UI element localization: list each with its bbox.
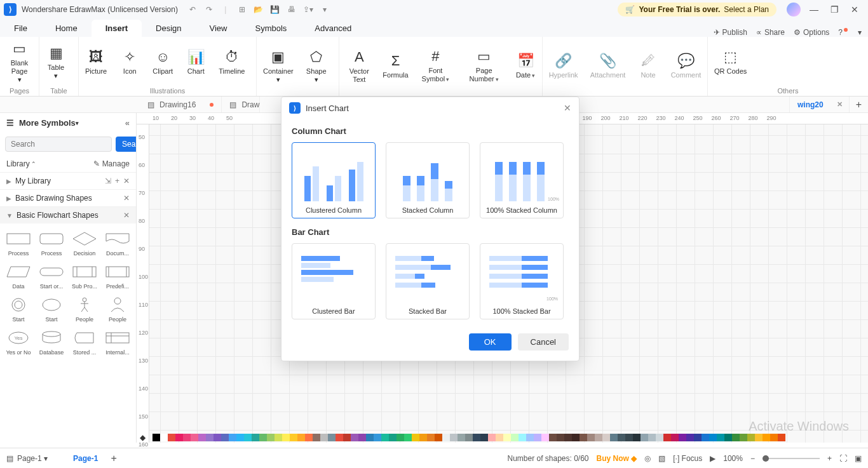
ribbon-date[interactable]: 📅Date [509, 37, 542, 95]
minimize-button[interactable]: — [804, 0, 824, 19]
dialog-title: Insert Chart [306, 104, 349, 113]
menu-bar: File Home Insert Design View Symbols Adv… [0, 19, 868, 37]
share-button[interactable]: ∝Share [756, 28, 785, 37]
quick-access-toolbar: ↶ ↷ | ⊞ 📂 💾 🖶 ⇪▾ ▾ [187, 5, 330, 14]
more-icon[interactable]: ▾ [320, 5, 330, 14]
trial-banner[interactable]: 🛒 Your Free Trial is over. Select a Plan [618, 3, 776, 17]
options-button[interactable]: ⚙Options [794, 28, 829, 37]
menu-tab-view[interactable]: View [196, 20, 241, 37]
export-icon[interactable]: ⇪▾ [303, 5, 313, 14]
ribbon-container[interactable]: ▣Container▾ [257, 37, 300, 95]
ribbon-font-symbol[interactable]: #Font Symbol [412, 37, 459, 95]
menu-tab-home[interactable]: Home [41, 20, 92, 37]
cart-icon: 🛒 [625, 5, 635, 14]
maximize-button[interactable]: ❐ [825, 0, 844, 19]
ribbon-formula[interactable]: ΣFormula [379, 37, 412, 95]
collapse-ribbon-icon[interactable]: ▾ [858, 28, 862, 37]
ribbon-note: 🖉Note [632, 37, 665, 95]
cancel-button[interactable]: Cancel [518, 333, 569, 351]
ribbon-icon[interactable]: ✧Icon [113, 37, 146, 87]
redo-icon[interactable]: ↷ [204, 5, 214, 14]
chart-option-stacked100-bar[interactable]: 100%100% Stacked Bar [480, 243, 564, 319]
help-button[interactable]: ? [838, 28, 849, 37]
dialog-app-icon: ⟩ [289, 102, 301, 114]
ribbon-picture[interactable]: 🖼Picture [79, 37, 113, 87]
new-icon[interactable]: ⊞ [237, 5, 247, 14]
share-icon: ∝ [756, 28, 762, 37]
section-column-chart: Column Chart [292, 126, 569, 136]
app-logo-icon: ⟩ [4, 3, 17, 16]
menu-tab-advanced[interactable]: Advanced [301, 20, 365, 37]
menu-tab-symbols[interactable]: Symbols [241, 20, 301, 37]
menu-tab-design[interactable]: Design [142, 20, 195, 37]
ribbon-qr-codes[interactable]: ⬚QR Codes [708, 37, 753, 87]
menu-tab-file[interactable]: File [0, 20, 41, 37]
menu-tab-insert[interactable]: Insert [92, 20, 142, 37]
open-icon[interactable]: 📂 [254, 5, 264, 14]
ribbon-hyperlink: 🔗Hyperlink [543, 37, 584, 95]
publish-button[interactable]: ✈Publish [714, 28, 747, 37]
chart-option-stacked-bar[interactable]: Stacked Bar [386, 243, 470, 319]
section-bar-chart: Bar Chart [292, 227, 569, 237]
ribbon-table[interactable]: ▦Table▾ [39, 37, 72, 87]
print-icon[interactable]: 🖶 [287, 5, 297, 14]
ribbon-page-number[interactable]: ▭Page Number [459, 37, 509, 95]
ribbon-attachment: 📎Attachment [584, 37, 632, 95]
titlebar: ⟩ Wondershare EdrawMax (Unlicensed Versi… [0, 0, 868, 19]
ribbon-vector-text[interactable]: AVector Text [339, 37, 379, 95]
chart-option-stacked100-col[interactable]: 100%100% Stacked Column [480, 142, 564, 218]
ribbon-blank-page[interactable]: ▭Blank Page▾ [0, 37, 39, 87]
app-title: Wondershare EdrawMax (Unlicensed Version… [22, 5, 178, 14]
ribbon-shape[interactable]: ⬠Shape▾ [300, 37, 333, 95]
chart-option-clustered-bar[interactable]: Clustered Bar [292, 243, 376, 319]
publish-icon: ✈ [714, 28, 720, 37]
ribbon: ▭Blank Page▾ Pages ▦Table▾ Table 🖼Pictur… [0, 37, 868, 97]
save-icon[interactable]: 💾 [270, 5, 280, 14]
ribbon-timeline[interactable]: ⏱Timeline [212, 37, 251, 87]
insert-chart-dialog: ⟩ Insert Chart ✕ Column Chart Clustered … [281, 97, 580, 361]
ribbon-clipart[interactable]: ☺Clipart [146, 37, 179, 87]
close-button[interactable]: ✕ [845, 0, 864, 19]
chart-option-stacked-col[interactable]: Stacked Column [386, 142, 470, 218]
dialog-close-icon[interactable]: ✕ [564, 103, 571, 113]
user-avatar[interactable] [787, 3, 801, 17]
ribbon-chart[interactable]: 📊Chart [179, 37, 212, 87]
ok-button[interactable]: OK [469, 333, 512, 351]
gear-icon: ⚙ [794, 28, 801, 37]
ribbon-comment: 💬Comment [665, 37, 707, 95]
chart-option-clustered-col[interactable]: Clustered Column [292, 142, 376, 218]
undo-icon[interactable]: ↶ [187, 5, 198, 14]
